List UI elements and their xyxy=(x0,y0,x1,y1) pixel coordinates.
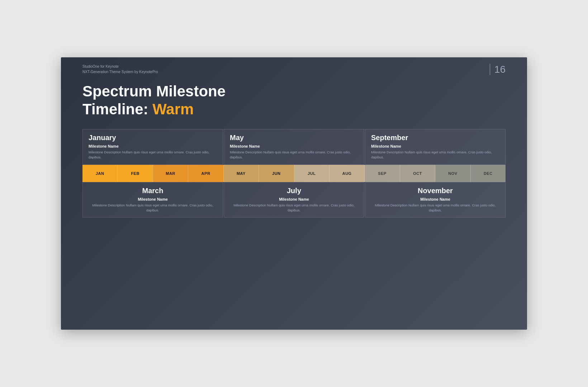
top-name-2: Milestone Name xyxy=(371,144,499,148)
title-section: Spectrum Milestone Timeline: Warm xyxy=(82,82,226,119)
bottom-desc-0: Milestone Description Nullam quis risus … xyxy=(89,203,217,213)
title-white-part2: Timeline: xyxy=(82,101,152,118)
top-desc-2: Milestone Description Nullam quis risus … xyxy=(371,150,499,160)
brand-line1: StudioOne for Keynote xyxy=(82,64,158,69)
month-dec: DEC xyxy=(471,165,506,182)
month-mar: MAR xyxy=(153,165,188,182)
month-sep: SEP xyxy=(365,165,400,182)
top-milestones: January Milestone Name Milestone Descrip… xyxy=(82,129,506,165)
slide-title: Spectrum Milestone Timeline: Warm xyxy=(82,82,226,119)
timeline-area: January Milestone Name Milestone Descrip… xyxy=(82,129,506,218)
top-milestone-september: September Milestone Name Milestone Descr… xyxy=(365,129,506,165)
bottom-month-2: November xyxy=(371,187,499,195)
month-jun: JUN xyxy=(259,165,294,182)
top-month-2: September xyxy=(371,134,499,142)
month-nov: NOV xyxy=(435,165,470,182)
top-desc-0: Milestone Description Nullam quis risus … xyxy=(89,150,217,160)
top-name-0: Milestone Name xyxy=(89,144,217,148)
month-may: MAY xyxy=(224,165,259,182)
month-jan: JAN xyxy=(82,165,118,182)
brand-text: StudioOne for Keynote NXT-Generation The… xyxy=(82,64,158,75)
month-aug: AUG xyxy=(329,165,365,182)
brand-line2: NXT-Generation Theme System by KeynotePr… xyxy=(82,69,158,75)
slide-number: 16 xyxy=(490,64,506,75)
bottom-name-1: Milestone Name xyxy=(230,197,358,201)
bottom-milestone-july: July Milestone Name Milestone Descriptio… xyxy=(224,182,364,218)
top-milestone-may: May Milestone Name Milestone Description… xyxy=(224,129,364,165)
month-feb: FEB xyxy=(118,165,153,182)
top-milestone-january: January Milestone Name Milestone Descrip… xyxy=(82,129,223,165)
slide: StudioOne for Keynote NXT-Generation The… xyxy=(61,57,527,330)
bottom-milestone-march: March Milestone Name Milestone Descripti… xyxy=(82,182,223,218)
bottom-month-0: March xyxy=(89,187,217,195)
slide-header: StudioOne for Keynote NXT-Generation The… xyxy=(82,64,506,75)
title-highlight: Warm xyxy=(152,101,194,118)
bottom-name-2: Milestone Name xyxy=(371,197,499,201)
bottom-milestone-november: November Milestone Name Milestone Descri… xyxy=(365,182,506,218)
bottom-milestones: March Milestone Name Milestone Descripti… xyxy=(82,182,506,218)
bottom-desc-2: Milestone Description Nullam quis risus … xyxy=(371,203,499,213)
month-apr: APR xyxy=(188,165,223,182)
bottom-month-1: July xyxy=(230,187,358,195)
top-month-0: January xyxy=(89,134,217,142)
timeline-bar: JAN FEB MAR APR MAY JUN JUL AUG SEP OCT … xyxy=(82,165,506,182)
top-month-1: May xyxy=(230,134,358,142)
top-name-1: Milestone Name xyxy=(230,144,358,148)
top-desc-1: Milestone Description Nullam quis risus … xyxy=(230,150,358,160)
month-oct: OCT xyxy=(400,165,435,182)
bottom-name-0: Milestone Name xyxy=(89,197,217,201)
month-jul: JUL xyxy=(294,165,329,182)
title-white-part1: Spectrum Milestone xyxy=(82,83,226,100)
bottom-desc-1: Milestone Description Nullam quis risus … xyxy=(230,203,358,213)
